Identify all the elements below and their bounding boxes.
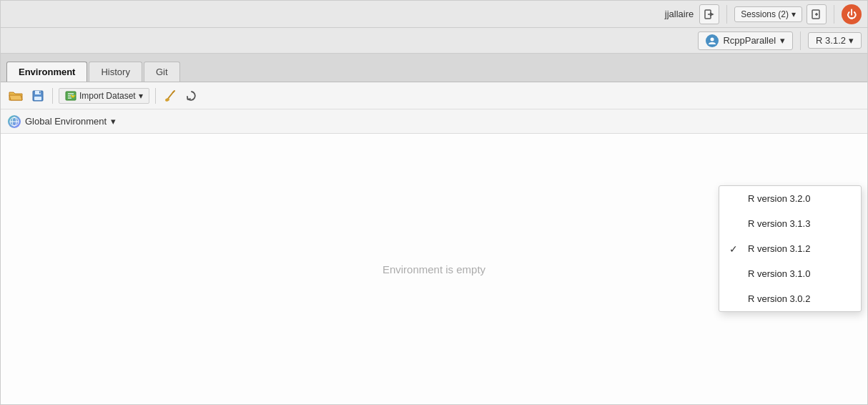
env-selector-row: Global Environment ▾: [1, 109, 867, 134]
globe-icon: [8, 115, 21, 128]
logout-icon-btn[interactable]: [699, 4, 719, 24]
r-version-item-3-label: R version 3.1.0: [748, 268, 810, 279]
project-icon: [706, 34, 719, 47]
tab-bar: Environment History Git: [1, 54, 867, 82]
r-version-button[interactable]: R 3.1.2 ▾: [808, 32, 862, 49]
save-button[interactable]: [29, 87, 46, 104]
svg-rect-9: [39, 91, 41, 93]
env-selector[interactable]: Global Environment ▾: [8, 115, 116, 128]
project-name: RcppParallel: [723, 35, 776, 46]
broom-icon: [164, 89, 177, 102]
save-icon: [31, 89, 44, 102]
toolbar: Import Dataset ▾: [1, 82, 867, 109]
env-arrow: ▾: [111, 116, 116, 127]
open-folder-button[interactable]: [6, 87, 25, 104]
r-version-item-4-label: R version 3.0.2: [748, 293, 810, 304]
logout-icon: [704, 9, 715, 20]
tab-environment[interactable]: Environment: [6, 62, 87, 82]
power-icon: ⏻: [847, 9, 857, 20]
r-version-item-1-label: R version 3.1.3: [748, 218, 810, 229]
toolbar-sep1: [52, 88, 53, 104]
main-container: jjallaire Sessions (2) ▾ ⏻: [0, 0, 868, 405]
r-version-item-2[interactable]: ✓ R version 3.1.2: [719, 236, 861, 261]
checkmark-icon: ✓: [729, 243, 738, 255]
project-arrow: ▾: [780, 35, 785, 46]
username-label: jjallaire: [665, 9, 694, 19]
svg-line-16: [173, 91, 174, 92]
import-dataset-label: Import Dataset: [79, 91, 136, 101]
empty-message: Environment is empty: [383, 263, 485, 275]
r-version-item-3[interactable]: R version 3.1.0: [719, 261, 861, 286]
import-dataset-button[interactable]: Import Dataset ▾: [59, 88, 149, 104]
second-bar: RcppParallel ▾ R 3.1.2 ▾: [1, 28, 867, 54]
env-label: Global Environment: [25, 116, 107, 127]
refresh-icon: [185, 89, 198, 102]
r-version-label: R 3.1.2: [816, 35, 846, 46]
divider3: [800, 31, 801, 50]
r-version-item-2-label: R version 3.1.2: [748, 243, 810, 254]
top-bar: jjallaire Sessions (2) ▾ ⏻: [1, 1, 867, 28]
person-icon: [708, 36, 716, 45]
sessions-label: Sessions (2): [741, 9, 789, 19]
import-arrow: ▾: [139, 91, 143, 101]
clear-button[interactable]: [162, 87, 179, 104]
toolbar-sep2: [155, 88, 156, 104]
import-icon: [65, 91, 77, 101]
divider2: [834, 5, 834, 24]
r-version-item-1[interactable]: R version 3.1.3: [719, 211, 861, 236]
open-folder-icon: [9, 89, 23, 102]
divider: [726, 5, 727, 24]
globe-svg: [9, 117, 19, 127]
new-session-icon-btn[interactable]: [807, 4, 827, 24]
tab-git[interactable]: Git: [144, 62, 180, 82]
content-area: Environment is empty R version 3.2.0 R v…: [1, 134, 867, 404]
sessions-arrow: ▾: [791, 9, 796, 19]
svg-point-5: [711, 37, 714, 41]
svg-rect-8: [34, 97, 41, 100]
refresh-button[interactable]: [183, 87, 200, 104]
project-button[interactable]: RcppParallel ▾: [698, 31, 793, 50]
sessions-button[interactable]: Sessions (2) ▾: [734, 6, 802, 22]
r-version-dropdown: R version 3.2.0 R version 3.1.3 ✓ R vers…: [719, 185, 862, 312]
new-session-icon: [811, 9, 822, 20]
r-version-item-0-label: R version 3.2.0: [748, 193, 810, 204]
r-version-arrow: ▾: [849, 35, 854, 46]
r-version-item-4[interactable]: R version 3.0.2: [719, 286, 861, 311]
r-version-item-0[interactable]: R version 3.2.0: [719, 186, 861, 211]
tab-history[interactable]: History: [89, 62, 142, 82]
power-button[interactable]: ⏻: [842, 4, 862, 24]
